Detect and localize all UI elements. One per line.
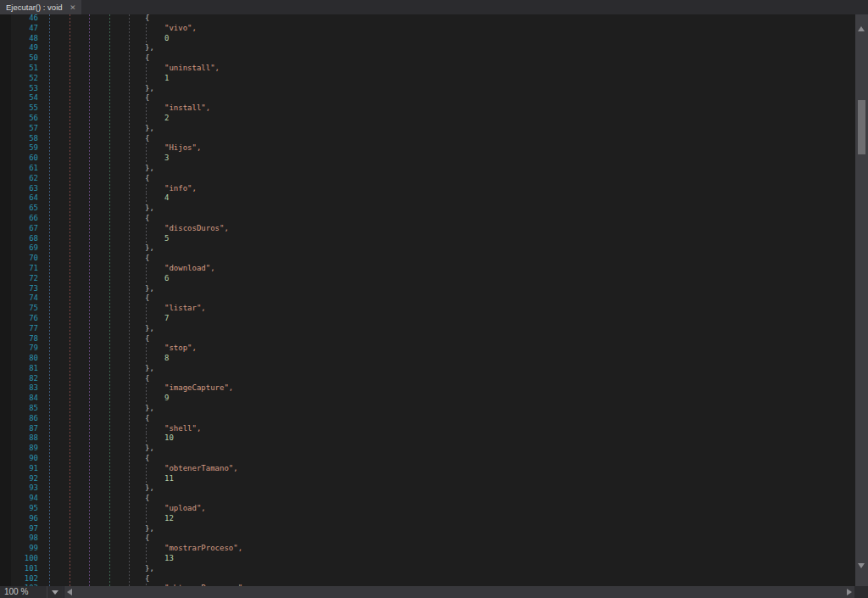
indent-guide [146, 34, 147, 44]
code-token: "upload", [164, 504, 206, 514]
tab-ejecutar[interactable]: Ejecutar() : void × [0, 0, 81, 14]
code-token: { [145, 174, 149, 184]
line-number: 59 [0, 143, 38, 154]
code-token: { [145, 334, 149, 344]
line-number: 96 [0, 514, 38, 524]
indent-guide [146, 314, 147, 324]
scrollbar-corner [854, 586, 868, 598]
line-number: 74 [0, 293, 38, 304]
line-number: 83 [0, 383, 38, 394]
line-number: 70 [0, 254, 38, 264]
code-token: 11 [164, 474, 174, 484]
indent-guide [146, 514, 147, 524]
scroll-up-icon[interactable] [858, 26, 865, 31]
code-token: "install", [164, 103, 210, 114]
line-number: 65 [0, 204, 38, 214]
vertical-scrollbar-thumb[interactable] [858, 100, 865, 154]
scroll-right-icon[interactable] [847, 589, 852, 595]
code-token: }, [145, 84, 154, 94]
code-token: "vivo", [164, 24, 197, 34]
code-line: 54{ [0, 93, 855, 103]
code-token: "download", [164, 264, 215, 274]
indent-guide [146, 143, 147, 154]
code-token: }, [145, 43, 154, 53]
line-number: 67 [0, 224, 38, 234]
indent-guide [146, 274, 147, 284]
code-token: 13 [164, 554, 174, 564]
code-line: 83"imageCapture", [0, 383, 855, 394]
line-number: 54 [0, 93, 38, 103]
code-token: { [145, 574, 149, 584]
tab-bar: Ejecutar() : void × [0, 0, 868, 14]
code-area[interactable]: 46{47"vivo",48049},50{51"uninstall",5215… [0, 14, 855, 586]
zoom-level-control[interactable]: 100 % [0, 586, 47, 598]
line-number: 100 [0, 554, 38, 564]
indent-guide [146, 554, 147, 564]
code-token: { [145, 214, 149, 224]
code-token: "info", [164, 184, 197, 194]
code-line: 63"info", [0, 184, 855, 194]
code-line: 102{ [0, 574, 855, 584]
code-line: 78{ [0, 334, 855, 344]
code-token: { [145, 374, 149, 384]
line-number: 75 [0, 304, 38, 314]
line-number: 78 [0, 334, 38, 344]
code-token: }, [145, 164, 154, 174]
line-number: 48 [0, 34, 38, 44]
code-token: { [145, 14, 149, 24]
code-line: 89}, [0, 444, 855, 454]
code-token: 3 [164, 154, 169, 164]
code-line: 849 [0, 394, 855, 404]
line-number: 61 [0, 164, 38, 174]
zoom-level-value: 100 % [4, 587, 28, 596]
chevron-down-icon [52, 590, 58, 595]
indent-guide [146, 193, 147, 204]
code-line: 480 [0, 34, 855, 44]
line-number: 72 [0, 274, 38, 284]
code-line: 66{ [0, 214, 855, 224]
code-token: 8 [164, 354, 169, 364]
code-line: 8810 [0, 433, 855, 444]
line-number: 55 [0, 103, 38, 114]
code-line: 77}, [0, 324, 855, 334]
code-token: }, [145, 444, 154, 454]
indent-guide [146, 103, 147, 114]
line-number: 69 [0, 243, 38, 254]
code-line: 86{ [0, 414, 855, 424]
code-line: 808 [0, 354, 855, 364]
indent-guide [146, 234, 147, 244]
code-token: "uninstall", [164, 64, 220, 74]
code-token: "discosDuros", [164, 224, 229, 234]
line-number: 82 [0, 374, 38, 384]
line-number: 71 [0, 264, 38, 274]
scroll-down-icon[interactable] [858, 563, 865, 568]
code-line: 75"listar", [0, 304, 855, 314]
line-number: 63 [0, 184, 38, 194]
code-line: 74{ [0, 293, 855, 304]
code-token: "mostrarProceso", [164, 544, 242, 554]
line-number: 90 [0, 454, 38, 464]
code-line: 46{ [0, 14, 855, 24]
code-token: { [145, 93, 149, 103]
code-line: 91"obtenerTamano", [0, 464, 855, 474]
line-number: 80 [0, 354, 38, 364]
vertical-scrollbar[interactable] [855, 14, 868, 586]
indent-guide [146, 383, 147, 394]
code-token: "Hijos", [164, 143, 201, 154]
indent-guide [146, 433, 147, 444]
code-token: 12 [164, 514, 174, 524]
line-number: 51 [0, 64, 38, 74]
indent-guide [146, 394, 147, 404]
code-line: 51"uninstall", [0, 64, 855, 74]
zoom-dropdown-button[interactable] [47, 586, 63, 598]
code-line: 81}, [0, 364, 855, 374]
code-line: 57}, [0, 124, 855, 134]
line-number: 91 [0, 464, 38, 474]
line-number: 49 [0, 43, 38, 53]
horizontal-scrollbar[interactable] [64, 586, 854, 598]
code-token: 7 [164, 314, 169, 324]
code-line: 55"install", [0, 103, 855, 114]
close-icon[interactable]: × [70, 3, 76, 12]
scroll-left-icon[interactable] [67, 589, 72, 595]
code-line: 58{ [0, 134, 855, 144]
